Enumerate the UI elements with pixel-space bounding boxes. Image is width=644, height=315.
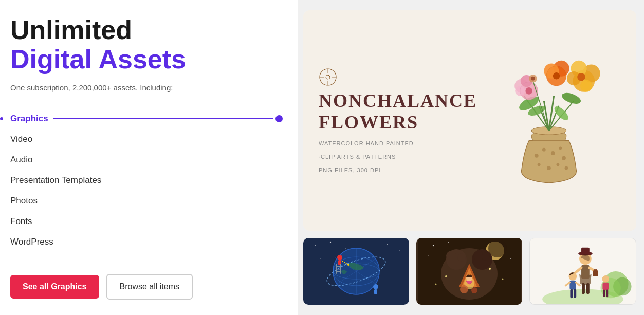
svg-point-9	[559, 146, 562, 150]
svg-point-11	[538, 163, 541, 166]
svg-point-48	[345, 248, 346, 249]
card-subtitle-2: ·Clip Arts & Patterns	[319, 154, 477, 160]
svg-point-1	[326, 75, 330, 79]
headline-line2: Digital Assets	[10, 44, 186, 74]
svg-point-13	[557, 163, 560, 166]
svg-line-16	[544, 101, 549, 131]
svg-point-69	[347, 264, 349, 266]
svg-point-47	[330, 242, 331, 243]
headline: Unlimited Digital Assets	[10, 15, 283, 74]
browse-all-items-button[interactable]: Browse all items	[106, 274, 193, 300]
svg-point-92	[502, 279, 504, 280]
svg-point-10	[562, 156, 566, 160]
svg-point-14	[565, 166, 568, 170]
nav-item-photos[interactable]: Photos	[10, 191, 283, 211]
svg-point-59	[337, 255, 342, 260]
svg-rect-108	[569, 281, 576, 290]
svg-point-66	[373, 284, 378, 289]
svg-point-113	[602, 275, 609, 283]
svg-point-90	[489, 268, 491, 270]
headline-line1: Unlimited	[10, 15, 132, 45]
svg-point-93	[435, 284, 437, 285]
thumb-card-globe[interactable]	[303, 238, 409, 305]
svg-point-89	[471, 287, 477, 293]
svg-point-24	[552, 104, 571, 122]
subtitle-text: One subscription, 2,200,000+ assets. Inc…	[10, 82, 283, 94]
nav-item-audio[interactable]: Audio	[10, 150, 283, 170]
card-subtitle-1: Watercolor Hand Painted	[319, 140, 477, 146]
svg-point-36	[577, 73, 585, 81]
svg-point-80	[457, 253, 466, 262]
svg-point-83	[482, 252, 490, 261]
svg-point-8	[551, 151, 555, 155]
nav-item-graphics[interactable]: Graphics	[10, 108, 283, 129]
nav-item-fonts[interactable]: Fonts	[10, 211, 283, 232]
svg-point-7	[542, 147, 546, 151]
nav-active-line	[53, 118, 273, 119]
svg-point-74	[448, 242, 449, 243]
right-panel: Nonchalance Flowers Watercolor Hand Pain…	[298, 0, 644, 315]
svg-point-75	[510, 258, 511, 259]
svg-rect-116	[606, 289, 608, 297]
svg-rect-64	[336, 269, 341, 270]
svg-rect-105	[582, 283, 585, 294]
nav-item-presentation-templates[interactable]: Presentation Templates	[10, 170, 283, 191]
svg-point-91	[445, 275, 447, 277]
svg-point-30	[525, 87, 532, 95]
left-panel: Unlimited Digital Assets One subscriptio…	[0, 0, 298, 315]
svg-rect-117	[593, 270, 598, 276]
svg-rect-112	[574, 289, 576, 298]
thumb-card-fantasy[interactable]	[416, 238, 522, 305]
svg-rect-114	[602, 283, 609, 290]
svg-point-35	[580, 80, 592, 91]
svg-point-76	[428, 255, 429, 256]
nav-active-dot	[275, 115, 283, 122]
svg-point-51	[320, 258, 321, 259]
cta-buttons: See all Graphics Browse all items	[10, 274, 283, 300]
svg-rect-106	[586, 283, 590, 294]
svg-point-50	[399, 250, 400, 251]
card-subtitle-3: PNG Files, 300 DPI	[319, 167, 477, 173]
svg-point-6	[535, 153, 539, 157]
thumbnail-row	[303, 238, 636, 305]
nav-item-wordpress[interactable]: WordPress	[10, 232, 283, 252]
category-nav: Graphics Video Audio Presentation Templa…	[10, 108, 283, 252]
svg-point-79	[446, 251, 456, 261]
svg-rect-111	[570, 289, 573, 298]
svg-rect-101	[581, 248, 590, 254]
svg-point-73	[433, 245, 434, 246]
card-text: Nonchalance Flowers Watercolor Hand Pain…	[319, 68, 477, 173]
svg-point-12	[547, 166, 551, 170]
svg-rect-115	[603, 289, 605, 297]
main-featured-card[interactable]: Nonchalance Flowers Watercolor Hand Pain…	[303, 10, 636, 231]
svg-rect-65	[336, 271, 341, 272]
svg-point-43	[531, 76, 535, 80]
svg-point-49	[387, 244, 388, 245]
svg-point-46	[315, 245, 316, 246]
see-all-graphics-button[interactable]: See all Graphics	[10, 275, 99, 299]
nav-item-video[interactable]: Video	[10, 129, 283, 150]
svg-line-41	[533, 81, 549, 131]
thumb-card-travel[interactable]	[529, 238, 636, 305]
svg-point-88	[460, 285, 468, 293]
flower-illustration	[477, 41, 621, 200]
svg-rect-63	[336, 266, 341, 267]
card-title: Nonchalance Flowers	[319, 90, 477, 133]
svg-point-40	[553, 72, 560, 80]
badge-icon	[319, 68, 337, 86]
svg-rect-67	[374, 289, 377, 294]
